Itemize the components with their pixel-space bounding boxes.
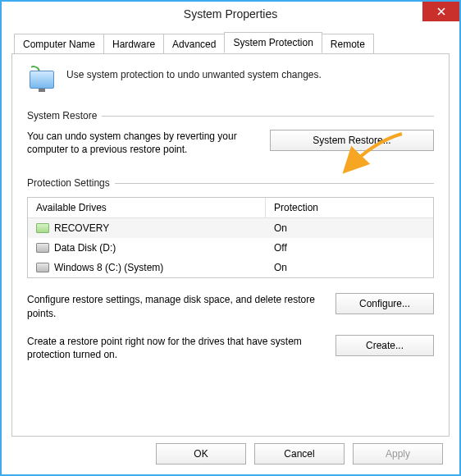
- create-button[interactable]: Create...: [335, 335, 434, 356]
- dialog-body: Computer Name Hardware Advanced System P…: [2, 26, 459, 437]
- apply-button[interactable]: Apply: [353, 443, 443, 465]
- drives-header: Available Drives Protection: [28, 198, 433, 218]
- drive-row[interactable]: Windows 8 (C:) (System) On: [28, 258, 433, 277]
- drives-list: Available Drives Protection RECOVERY On …: [27, 197, 434, 278]
- system-restore-button[interactable]: System Restore...: [270, 130, 434, 151]
- restore-row: You can undo system changes by reverting…: [27, 130, 434, 156]
- system-protection-icon: [27, 66, 57, 95]
- drive-name: RECOVERY: [54, 222, 109, 234]
- drive-name: Windows 8 (C:) (System): [54, 262, 163, 273]
- tab-page-system-protection: Use system protection to undo unwanted s…: [11, 54, 450, 437]
- configure-button[interactable]: Configure...: [335, 293, 434, 314]
- configure-description: Configure restore settings, manage disk …: [27, 293, 322, 319]
- create-row: Create a restore point right now for the…: [27, 335, 434, 361]
- drive-row[interactable]: Data Disk (D:) Off: [28, 238, 433, 258]
- intro-row: Use system protection to undo unwanted s…: [27, 66, 434, 95]
- column-protection[interactable]: Protection: [266, 198, 433, 217]
- tabstrip: Computer Name Hardware Advanced System P…: [11, 33, 450, 54]
- divider: [115, 183, 434, 184]
- drive-protection: On: [266, 262, 433, 273]
- column-drives[interactable]: Available Drives: [28, 198, 266, 217]
- section-label: System Restore: [27, 110, 97, 121]
- divider: [102, 116, 434, 117]
- create-description: Create a restore point right now for the…: [27, 335, 322, 361]
- system-properties-window: System Properties Computer Name Hardware…: [0, 0, 461, 476]
- ok-button[interactable]: OK: [156, 443, 246, 465]
- restore-description: You can undo system changes by reverting…: [27, 130, 257, 156]
- section-system-restore: System Restore: [27, 110, 434, 121]
- tab-computer-name[interactable]: Computer Name: [14, 34, 104, 53]
- titlebar: System Properties: [2, 2, 459, 26]
- tab-system-protection[interactable]: System Protection: [224, 32, 322, 53]
- drive-protection: Off: [266, 242, 433, 254]
- window-title: System Properties: [184, 7, 277, 21]
- close-icon: [437, 7, 445, 16]
- close-button[interactable]: [422, 2, 459, 21]
- drive-icon: [36, 223, 49, 233]
- drive-protection: On: [266, 222, 433, 234]
- drive-icon: [36, 263, 49, 272]
- drive-icon: [36, 243, 49, 253]
- configure-row: Configure restore settings, manage disk …: [27, 293, 434, 319]
- cancel-button[interactable]: Cancel: [254, 443, 345, 465]
- intro-text: Use system protection to undo unwanted s…: [66, 66, 322, 80]
- section-protection-settings: Protection Settings: [27, 177, 434, 189]
- drive-name: Data Disk (D:): [54, 242, 116, 254]
- tab-advanced[interactable]: Advanced: [163, 34, 225, 53]
- drive-row[interactable]: RECOVERY On: [28, 218, 433, 238]
- dialog-buttons: OK Cancel Apply: [156, 443, 443, 465]
- tab-hardware[interactable]: Hardware: [103, 34, 164, 53]
- section-label: Protection Settings: [27, 177, 110, 189]
- tab-remote[interactable]: Remote: [322, 34, 374, 53]
